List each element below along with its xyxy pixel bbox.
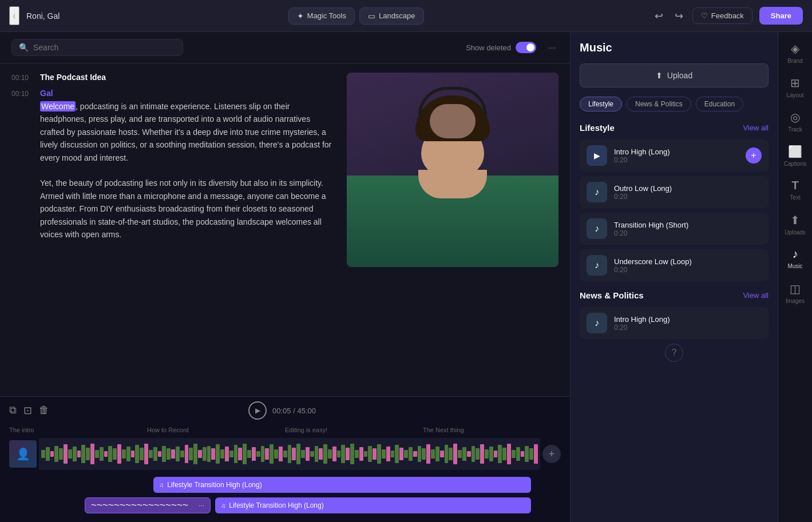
sidebar-item-text[interactable]: T Text [781, 174, 810, 206]
transcript-body: Gal Welcome, podcasting is an intimate e… [40, 89, 335, 241]
text-icon: T [791, 179, 798, 192]
waveform-container: 👤 (function() { const heights = [30,50,2… [0, 436, 570, 472]
share-button[interactable]: Share [759, 7, 803, 25]
chapter-1: The intro [9, 427, 147, 433]
sidebar-item-images[interactable]: ◫ Images [781, 277, 810, 309]
timestamp: 00:10 [11, 73, 33, 82]
images-icon: ◫ [790, 282, 801, 296]
project-title: Roni, Gal [26, 11, 60, 21]
track-duration-5: 0:20 [614, 324, 762, 332]
transcript-title-entry: The Podcast Idea [40, 73, 106, 82]
header: ‹ Roni, Gal ✦ Magic Tools ▭ Landscape ↩ … [0, 0, 812, 32]
track-duration-4: 0:20 [614, 266, 762, 274]
track-icon-transition[interactable]: ♪ [587, 218, 607, 239]
sidebar-item-track[interactable]: ◎ Track [781, 105, 810, 137]
timestamp-gal: 00:10 [11, 89, 33, 241]
header-actions: ↩ ↪ ♡ Feedback Share [652, 7, 803, 25]
track-info-5: Intro High (Long) 0:20 [614, 315, 762, 332]
chapter-2: How to Record [147, 427, 285, 433]
sidebar-item-music[interactable]: ♪ Music [781, 242, 810, 274]
music-track-1-label: Lifestyle Transition High (Long) [167, 481, 262, 489]
show-deleted-toggle[interactable] [516, 42, 536, 53]
news-section-header: News & Politics View all [580, 290, 769, 300]
music-sidebar-icon: ♪ [793, 248, 798, 261]
back-button[interactable]: ‹ [9, 6, 19, 25]
split-icon[interactable]: ⊡ [23, 404, 32, 417]
search-bar[interactable]: 🔍 [11, 39, 183, 56]
chapter-3: Editing is easy! [285, 427, 423, 433]
more-button[interactable]: ··· [545, 39, 559, 56]
track-item-transition: ♪ Transition High (Short) 0:20 [580, 213, 769, 245]
track-info-2: Outro Low (Long) 0:20 [614, 184, 762, 201]
filter-lifestyle[interactable]: Lifestyle [580, 97, 622, 111]
undo-button[interactable]: ↩ [652, 7, 666, 25]
help-button[interactable]: ? [665, 344, 683, 362]
sidebar-item-layout[interactable]: ⊞ Layout [781, 71, 810, 103]
transcript-entry: 00:10 The Podcast Idea [11, 73, 335, 82]
track-item-intro-high: ▶ Intro High (Long) 0:20 + [580, 140, 769, 172]
crop-icon[interactable]: ⧉ [9, 404, 17, 417]
feedback-button[interactable]: ♡ Feedback [692, 7, 752, 24]
show-deleted-label: Show deleted [466, 43, 511, 52]
toolbar: 🔍 Show deleted ··· [0, 32, 570, 63]
track-item-outro-low: ♪ Outro Low (Long) 0:20 [580, 176, 769, 208]
video-thumb: 👤 [9, 440, 37, 468]
landscape-icon: ▭ [368, 11, 375, 21]
sidebar-item-captions[interactable]: ⬜ Captions [781, 140, 810, 172]
upload-icon: ⬆ [656, 71, 663, 80]
search-input[interactable] [33, 43, 176, 52]
music-tracks-row: ♫ Lifestyle Transition High (Long) 〜〜〜〜〜… [0, 472, 570, 513]
time-display: 00:05 / 45:00 [272, 407, 316, 415]
track-duration-3: 0:20 [614, 229, 762, 237]
track-icon-news[interactable]: ♪ [587, 313, 607, 333]
music-track-2[interactable]: 〜〜〜〜〜〜〜〜〜〜〜〜〜〜〜〜〜 ··· [85, 497, 211, 513]
heart-icon: ♡ [701, 11, 708, 20]
main-content: 🔍 Show deleted ··· 00:10 The Podcast Ide… [0, 32, 812, 522]
category-filters: Lifestyle News & Politics Education [580, 97, 769, 111]
highlighted-word: Welcome [40, 101, 76, 111]
track-options-button[interactable]: ··· [199, 501, 204, 509]
track-add-1[interactable]: + [746, 148, 762, 164]
transcript: 00:10 The Podcast Idea 00:10 Gal Welcome… [11, 73, 335, 387]
timeline-controls: ⧉ ⊡ 🗑 ▶ 00:05 / 45:00 [0, 401, 570, 424]
news-view-all[interactable]: View all [743, 291, 769, 300]
lifestyle-view-all[interactable]: View all [743, 123, 769, 132]
music-track-3[interactable]: ♫ Lifestyle Transition High (Long) [215, 497, 531, 513]
timeline-icons: ⧉ ⊡ 🗑 [9, 404, 49, 417]
music-track-1[interactable]: ♫ Lifestyle Transition High (Long) [153, 477, 531, 493]
waveform[interactable]: (function() { const heights = [30,50,20,… [39, 438, 540, 470]
track-icon-outro[interactable]: ♪ [587, 182, 607, 202]
music-note-icon: ♫ [159, 481, 164, 488]
music-panel: Music ⬆ Upload Lifestyle News & Politics… [571, 32, 778, 522]
filter-news-politics[interactable]: News & Politics [627, 97, 691, 111]
tool-icons-sidebar: ◈ Brand ⊞ Layout ◎ Track ⬜ Captions T Te… [778, 32, 812, 522]
news-title: News & Politics [580, 290, 644, 300]
track-duration-2: 0:20 [614, 193, 762, 201]
sidebar-item-brand[interactable]: ◈ Brand [781, 37, 810, 69]
lifestyle-section-header: Lifestyle View all [580, 123, 769, 133]
track-name-2: Outro Low (Long) [614, 184, 762, 193]
track-item-news-intro: ♪ Intro High (Long) 0:20 [580, 307, 769, 339]
track-play-intro[interactable]: ▶ [587, 145, 607, 166]
filter-education[interactable]: Education [696, 97, 743, 111]
sidebar-item-uploads[interactable]: ⬆ Uploads [781, 208, 810, 240]
uploads-icon: ⬆ [790, 213, 800, 227]
track-icon: ◎ [790, 110, 800, 124]
track-name-1: Intro High (Long) [614, 148, 739, 156]
content-area: 00:10 The Podcast Idea 00:10 Gal Welcome… [0, 63, 570, 396]
track-info-3: Transition High (Short) 0:20 [614, 221, 762, 237]
track-name-3: Transition High (Short) [614, 221, 762, 229]
landscape-button[interactable]: ▭ Landscape [359, 7, 424, 25]
add-clip-button[interactable]: + [542, 445, 561, 463]
playback: ▶ 00:05 / 45:00 [248, 401, 316, 420]
transcript-text: Welcome, podcasting is an intimate exper… [40, 100, 335, 241]
track-info-4: Underscore Low (Loop) 0:20 [614, 257, 762, 274]
track-item-underscore: ♪ Underscore Low (Loop) 0:20 [580, 249, 769, 281]
delete-icon[interactable]: 🗑 [39, 404, 49, 417]
play-button[interactable]: ▶ [248, 401, 267, 420]
layout-icon: ⊞ [790, 76, 800, 90]
track-icon-underscore[interactable]: ♪ [587, 255, 607, 276]
upload-button[interactable]: ⬆ Upload [580, 63, 769, 87]
redo-button[interactable]: ↪ [672, 7, 686, 25]
magic-tools-button[interactable]: ✦ Magic Tools [288, 7, 355, 25]
